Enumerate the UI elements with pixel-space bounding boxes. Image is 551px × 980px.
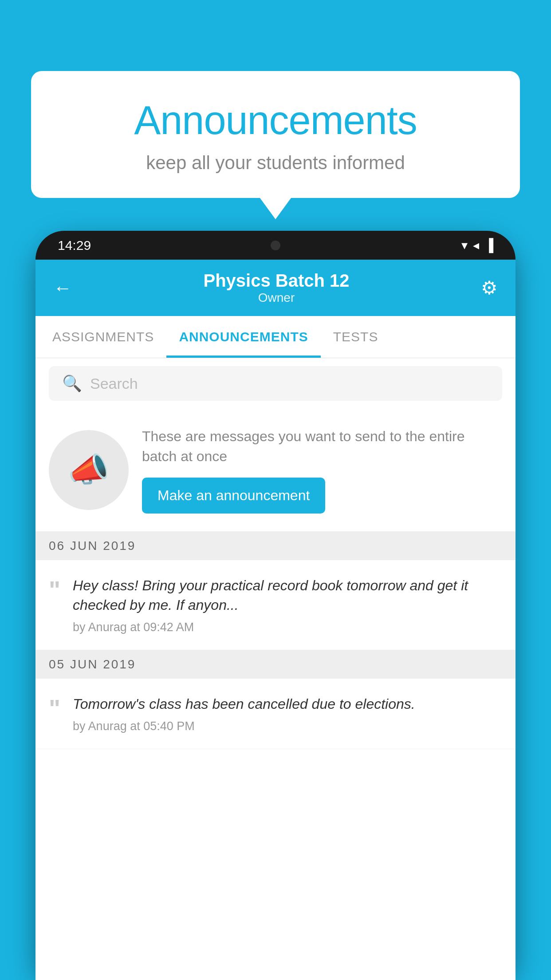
announcement-message-1: Hey class! Bring your practical record b…	[73, 576, 502, 616]
speech-bubble-subtitle: keep all your students informed	[53, 152, 498, 174]
megaphone-icon: 📣	[68, 450, 110, 490]
search-container: 🔍 Search	[35, 358, 516, 409]
announcement-text-1: Hey class! Bring your practical record b…	[73, 576, 502, 635]
announcement-promo: 📣 These are messages you want to send to…	[35, 409, 516, 532]
promo-description: These are messages you want to send to t…	[142, 427, 502, 466]
announcement-meta-1: by Anurag at 09:42 AM	[73, 620, 502, 634]
announcement-message-2: Tomorrow's class has been cancelled due …	[73, 694, 502, 714]
promo-icon-circle: 📣	[49, 430, 129, 510]
phone-mockup: 14:29 ▾ ◂ ▐ ← Physics Batch 12 Owner ⚙ A…	[35, 231, 516, 980]
announcement-meta-2: by Anurag at 05:40 PM	[73, 719, 502, 733]
make-announcement-button[interactable]: Make an announcement	[142, 478, 325, 514]
quote-icon-1: "	[49, 578, 60, 635]
tabs-bar: ASSIGNMENTS ANNOUNCEMENTS TESTS	[35, 316, 516, 358]
search-placeholder: Search	[90, 375, 138, 392]
screen-content: 🔍 Search 📣 These are messages you want t…	[35, 358, 516, 980]
status-icons: ▾ ◂ ▐	[461, 238, 493, 253]
promo-content: These are messages you want to send to t…	[142, 427, 502, 514]
date-separator-1: 06 JUN 2019	[35, 532, 516, 560]
settings-icon[interactable]: ⚙	[481, 277, 498, 299]
status-bar: 14:29 ▾ ◂ ▐	[35, 231, 516, 260]
header-title-area: Physics Batch 12 Owner	[203, 271, 349, 305]
quote-icon-2: "	[49, 696, 60, 733]
announcement-item-1: " Hey class! Bring your practical record…	[35, 560, 516, 651]
speech-bubble-title: Announcements	[53, 98, 498, 143]
back-button[interactable]: ←	[53, 277, 72, 299]
phone-camera	[271, 241, 280, 250]
tab-assignments[interactable]: ASSIGNMENTS	[40, 316, 166, 358]
search-box[interactable]: 🔍 Search	[49, 366, 502, 401]
batch-role: Owner	[203, 291, 349, 305]
announcement-text-2: Tomorrow's class has been cancelled due …	[73, 694, 502, 733]
battery-icon: ▐	[484, 238, 493, 253]
speech-bubble-container: Announcements keep all your students inf…	[31, 71, 520, 198]
status-time: 14:29	[58, 238, 91, 253]
batch-title: Physics Batch 12	[203, 271, 349, 291]
search-icon: 🔍	[62, 374, 82, 393]
date-separator-2: 05 JUN 2019	[35, 650, 516, 679]
announcement-item-2: " Tomorrow's class has been cancelled du…	[35, 679, 516, 749]
tab-announcements[interactable]: ANNOUNCEMENTS	[166, 316, 320, 358]
wifi-icon: ▾	[461, 238, 468, 253]
app-header: ← Physics Batch 12 Owner ⚙	[35, 260, 516, 316]
tab-tests[interactable]: TESTS	[321, 316, 391, 358]
speech-bubble: Announcements keep all your students inf…	[31, 71, 520, 198]
signal-icon: ◂	[473, 238, 479, 253]
